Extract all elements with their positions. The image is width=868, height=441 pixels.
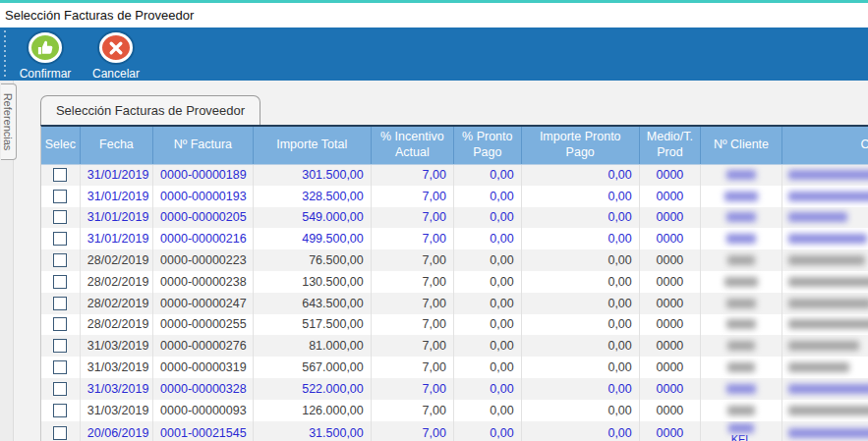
fecha-cell: 31/01/2019 [80,164,152,186]
column-header-1[interactable]: Fecha [80,127,152,164]
tab-seleccion-facturas[interactable]: Selección Facturas de Proveedor [40,95,260,125]
factura-cell: 0000-00000205 [153,207,254,229]
cliente-titular-cell [782,228,868,249]
row-checkbox[interactable] [53,253,67,267]
table-row[interactable]: 31/03/20190000-00000328522.000,007,000,0… [41,378,868,400]
fecha-cell: 28/02/2019 [80,293,152,314]
importe-pronto-cell: 0,00 [521,207,639,229]
table-row[interactable]: 31/01/20190000-00000193328.500,007,000,0… [41,186,868,207]
column-header-5[interactable]: % Pronto Pago [453,127,521,164]
select-cell [41,271,80,293]
cliente-titular-cell [782,314,868,336]
incentivo-cell: 7,00 [371,249,453,271]
pronto-pago-cell: 0,00 [453,378,521,400]
confirm-button[interactable]: Confirmar [10,28,81,81]
tab-label: Selección Facturas de Proveedor [56,103,245,118]
importe-total-cell: 126.000,00 [253,400,371,421]
table-row[interactable]: 20/06/20190001-0002154531.500,007,000,00… [41,421,868,441]
importe-pronto-cell: 0,00 [521,249,639,271]
n-cliente-cell [701,335,782,357]
tab-strip: Selección Facturas de Proveedor [40,81,868,125]
row-checkbox[interactable] [53,339,67,353]
invoice-table: SelecFechaNº FacturaImporte Total% Incen… [41,127,868,441]
row-checkbox[interactable] [53,168,67,182]
pronto-pago-cell: 0,00 [453,314,521,336]
redacted-value [727,362,755,372]
toolbar-grip[interactable] [2,30,10,78]
row-checkbox[interactable] [53,210,67,224]
medio-cell: 0000 [639,421,700,441]
column-header-2[interactable]: Nº Factura [153,127,254,164]
importe-total-cell: 76.500,00 [253,249,371,271]
row-checkbox[interactable] [53,275,67,289]
column-header-0[interactable]: Selec [41,127,80,164]
factura-cell: 0000-00000247 [153,293,254,314]
pronto-pago-cell: 0,00 [453,228,521,249]
fecha-cell: 20/06/2019 [80,421,152,441]
medio-cell: 0000 [639,271,700,293]
incentivo-cell: 7,00 [371,400,453,421]
factura-cell: 0001-00021545 [153,421,254,441]
confirm-button-label: Confirmar [20,67,72,81]
n-cliente-cell [701,249,782,271]
column-header-4[interactable]: % Incentivo Actual [371,127,453,164]
medio-cell: 0000 [639,249,700,271]
invoice-table-container: SelecFechaNº FacturaImporte Total% Incen… [40,125,868,441]
column-header-3[interactable]: Importe Total [253,127,371,164]
medio-cell: 0000 [639,378,700,400]
table-row[interactable]: 28/02/20190000-0000022376.500,007,000,00… [41,249,868,271]
cancel-button[interactable]: Cancelar [81,28,151,81]
pronto-pago-cell: 0,00 [453,335,521,357]
select-cell [41,207,80,229]
pronto-pago-cell: 0,00 [453,357,521,378]
importe-total-cell: 499.500,00 [253,228,371,249]
column-header-6[interactable]: Importe Pronto Pago [521,127,639,164]
importe-pronto-cell: 0,00 [521,335,639,357]
row-checkbox[interactable] [53,297,67,310]
importe-total-cell: 549.000,00 [253,207,371,229]
factura-cell: 0000-00000319 [153,357,254,378]
table-row[interactable]: 28/02/20190000-00000247643.500,007,000,0… [41,293,868,314]
table-row[interactable]: 31/03/20190000-00000093126.000,007,000,0… [41,400,868,421]
pronto-pago-cell: 0,00 [453,164,521,186]
table-row[interactable]: 31/03/20190000-00000319567.000,007,000,0… [41,357,868,378]
table-row[interactable]: 31/01/20190000-00000216499.500,007,000,0… [41,228,868,249]
row-checkbox[interactable] [53,317,67,331]
column-header-7[interactable]: Medio/T. Prod [639,127,700,164]
importe-pronto-cell: 0,00 [521,400,639,421]
incentivo-cell: 7,00 [371,186,453,207]
row-checkbox[interactable] [53,426,67,440]
row-checkbox[interactable] [53,382,67,396]
column-header-9[interactable]: Cliente Titular [782,127,868,164]
row-checkbox[interactable] [53,190,67,203]
importe-total-cell: 517.500,00 [253,314,371,336]
factura-cell: 0000-00000189 [153,164,254,186]
sidebar-tab-referencias[interactable]: Referencias [1,83,17,160]
redacted-value [788,299,868,308]
fecha-cell: 31/01/2019 [80,228,152,249]
factura-cell: 0000-00000276 [153,335,254,357]
n-cliente-cell [701,293,782,314]
pronto-pago-cell: 0,00 [453,207,521,229]
medio-cell: 0000 [639,207,700,229]
table-row[interactable]: 31/03/20190000-0000027681.000,007,000,00… [41,335,868,357]
redacted-value [726,299,756,308]
factura-cell: 0000-00000193 [153,186,254,207]
row-checkbox[interactable] [53,404,67,417]
n-cliente-partial-text: KEL [705,434,778,441]
redacted-value [726,234,756,244]
n-cliente-cell [701,164,782,186]
table-row[interactable]: 28/02/20190000-00000255517.500,007,000,0… [41,314,868,336]
table-row[interactable]: 28/02/20190000-00000238130.500,007,000,0… [41,271,868,293]
toolbar: Confirmar Cancelar [0,28,868,81]
select-cell [41,228,80,249]
table-row[interactable]: 31/01/20190000-00000205549.000,007,000,0… [41,207,868,229]
row-checkbox[interactable] [53,232,67,246]
select-cell [41,249,80,271]
fecha-cell: 31/03/2019 [80,378,152,400]
column-header-8[interactable]: Nº Cliente [701,127,782,164]
table-row[interactable]: 31/01/20190000-00000189301.500,007,000,0… [41,164,868,186]
redacted-value [726,212,756,222]
row-checkbox[interactable] [53,360,67,374]
redacted-value [726,319,756,329]
